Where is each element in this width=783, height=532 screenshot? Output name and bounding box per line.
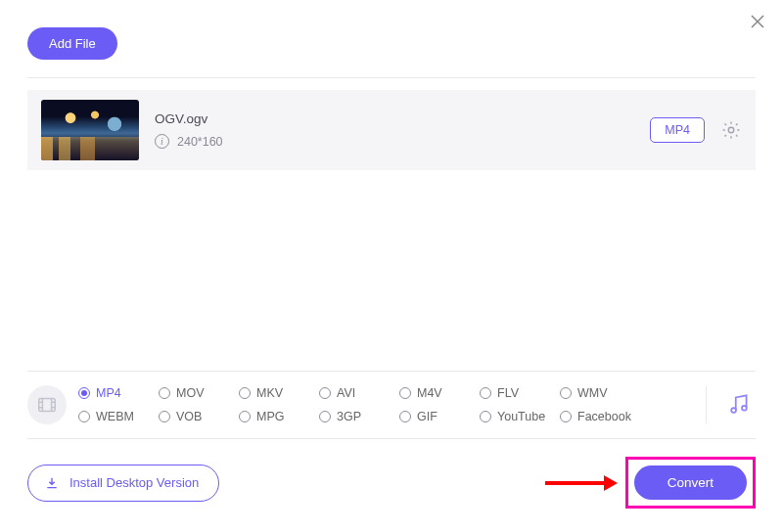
format-option-label: MKV bbox=[256, 386, 283, 400]
radio-icon bbox=[78, 411, 90, 422]
format-option-label: VOB bbox=[176, 410, 202, 423]
radio-icon bbox=[480, 387, 491, 399]
format-option-m4v[interactable]: M4V bbox=[399, 386, 480, 400]
format-option-mov[interactable]: MOV bbox=[159, 386, 239, 400]
svg-point-3 bbox=[742, 405, 747, 410]
info-icon[interactable]: i bbox=[155, 134, 169, 149]
divider bbox=[706, 386, 707, 423]
format-option-3gp[interactable]: 3GP bbox=[319, 410, 399, 423]
install-desktop-label: Install Desktop Version bbox=[69, 475, 199, 490]
radio-icon bbox=[78, 387, 90, 399]
radio-icon bbox=[560, 411, 572, 422]
format-option-vob[interactable]: VOB bbox=[159, 410, 239, 423]
format-option-youtube[interactable]: YouTube bbox=[480, 410, 560, 423]
radio-icon bbox=[399, 411, 411, 422]
format-option-label: AVI bbox=[337, 386, 355, 400]
annotation-highlight: Convert bbox=[625, 457, 756, 509]
radio-icon bbox=[399, 387, 411, 399]
download-icon bbox=[44, 475, 60, 491]
radio-icon bbox=[319, 387, 331, 399]
format-option-mkv[interactable]: MKV bbox=[239, 386, 319, 400]
format-option-label: YouTube bbox=[497, 410, 545, 423]
format-option-webm[interactable]: WEBM bbox=[78, 410, 159, 423]
svg-rect-1 bbox=[39, 399, 56, 412]
file-thumbnail[interactable] bbox=[41, 100, 139, 160]
annotation-arrow bbox=[545, 475, 618, 491]
format-option-mpg[interactable]: MPG bbox=[239, 410, 319, 423]
format-option-label: Facebook bbox=[577, 410, 631, 423]
format-option-avi[interactable]: AVI bbox=[319, 386, 399, 400]
gear-icon[interactable] bbox=[720, 119, 742, 141]
format-option-label: MP4 bbox=[96, 386, 121, 400]
format-option-label: WEBM bbox=[96, 410, 134, 423]
audio-category-icon[interactable] bbox=[726, 391, 756, 420]
add-file-button[interactable]: Add File bbox=[27, 27, 117, 60]
format-option-label: FLV bbox=[497, 386, 519, 400]
divider bbox=[27, 77, 756, 78]
file-target-format-button[interactable]: MP4 bbox=[650, 117, 705, 143]
radio-icon bbox=[159, 411, 170, 422]
format-panel: MP4MOVMKVAVIM4VFLVWMVWEBMVOBMPG3GPGIFYou… bbox=[27, 371, 756, 439]
radio-icon bbox=[319, 411, 331, 422]
format-option-label: WMV bbox=[577, 386, 608, 400]
install-desktop-button[interactable]: Install Desktop Version bbox=[27, 465, 219, 502]
file-name: OGV.ogv bbox=[155, 111, 223, 126]
format-option-label: 3GP bbox=[337, 410, 361, 423]
file-item: OGV.ogv i 240*160 MP4 bbox=[27, 90, 756, 170]
video-category-icon[interactable] bbox=[27, 385, 67, 424]
format-option-wmv[interactable]: WMV bbox=[560, 386, 640, 400]
format-option-mp4[interactable]: MP4 bbox=[78, 386, 159, 400]
format-option-label: M4V bbox=[417, 386, 442, 400]
radio-icon bbox=[159, 387, 170, 399]
radio-icon bbox=[239, 411, 251, 422]
radio-icon bbox=[560, 387, 572, 399]
radio-icon bbox=[480, 411, 491, 422]
format-option-facebook[interactable]: Facebook bbox=[560, 410, 640, 423]
format-option-flv[interactable]: FLV bbox=[480, 386, 560, 400]
svg-point-0 bbox=[728, 127, 734, 133]
radio-icon bbox=[239, 387, 251, 399]
format-option-label: MPG bbox=[256, 410, 284, 423]
close-icon[interactable] bbox=[748, 12, 767, 31]
convert-button[interactable]: Convert bbox=[634, 466, 747, 500]
format-option-label: MOV bbox=[176, 386, 204, 400]
format-option-gif[interactable]: GIF bbox=[399, 410, 480, 423]
file-resolution: 240*160 bbox=[177, 135, 223, 149]
format-option-label: GIF bbox=[417, 410, 438, 423]
svg-point-2 bbox=[731, 408, 736, 413]
